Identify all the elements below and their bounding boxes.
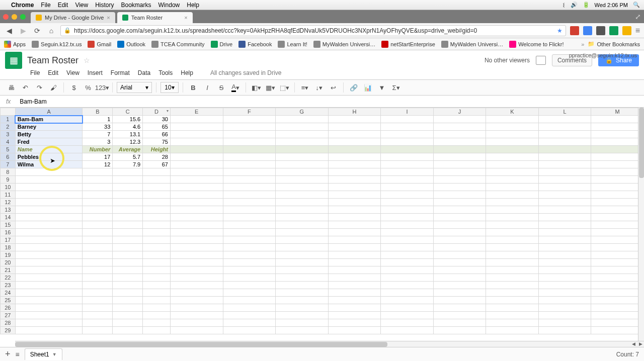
cell[interactable] bbox=[381, 131, 434, 138]
row-header[interactable]: 4 bbox=[1, 138, 16, 146]
print-icon[interactable]: 🖶 bbox=[5, 81, 17, 94]
sheets-logo-icon[interactable]: ▦ bbox=[5, 52, 22, 69]
cell[interactable] bbox=[591, 184, 644, 191]
cell[interactable] bbox=[538, 327, 591, 334]
cell[interactable] bbox=[591, 282, 644, 289]
cell[interactable] bbox=[83, 176, 113, 184]
cell[interactable] bbox=[328, 153, 381, 161]
cell[interactable] bbox=[486, 146, 539, 153]
cell[interactable] bbox=[171, 327, 223, 334]
cell[interactable]: 15.6 bbox=[113, 116, 143, 123]
cell[interactable] bbox=[113, 244, 143, 251]
cell[interactable] bbox=[381, 191, 434, 199]
cell[interactable] bbox=[113, 327, 143, 334]
bookmark-item[interactable]: TCEA Community bbox=[151, 41, 204, 48]
column-header-I[interactable]: I bbox=[381, 108, 434, 116]
cell[interactable] bbox=[591, 214, 644, 221]
cell[interactable] bbox=[171, 123, 223, 131]
cell[interactable] bbox=[223, 199, 276, 206]
browser-tab-drive[interactable]: My Drive - Google Drive × bbox=[31, 12, 115, 23]
cell[interactable] bbox=[171, 259, 223, 266]
cell[interactable] bbox=[113, 214, 143, 221]
column-header-L[interactable]: L bbox=[538, 108, 591, 116]
cell[interactable] bbox=[328, 191, 381, 199]
cell[interactable]: 1 bbox=[83, 116, 113, 123]
row-header[interactable]: 5 bbox=[1, 146, 16, 153]
cell[interactable] bbox=[113, 168, 143, 176]
cell[interactable]: Name bbox=[15, 146, 83, 153]
cell[interactable] bbox=[381, 327, 434, 334]
cell[interactable] bbox=[276, 153, 329, 161]
cell[interactable] bbox=[591, 191, 644, 199]
minimize-window-icon[interactable] bbox=[12, 14, 17, 20]
undo-icon[interactable]: ↶ bbox=[19, 81, 31, 94]
cell[interactable] bbox=[591, 168, 644, 176]
cell[interactable] bbox=[171, 319, 223, 327]
cell[interactable] bbox=[433, 289, 486, 297]
column-header-B[interactable]: B bbox=[83, 108, 113, 116]
cell[interactable] bbox=[143, 319, 171, 327]
cell[interactable] bbox=[223, 266, 276, 274]
cell[interactable] bbox=[328, 251, 381, 259]
cell[interactable] bbox=[171, 251, 223, 259]
cell[interactable] bbox=[15, 236, 83, 244]
cell[interactable] bbox=[15, 266, 83, 274]
cell[interactable]: 7.9 bbox=[113, 161, 143, 168]
cell[interactable] bbox=[381, 312, 434, 319]
cell[interactable] bbox=[223, 289, 276, 297]
cell[interactable] bbox=[276, 297, 329, 304]
cell[interactable] bbox=[143, 176, 171, 184]
cell[interactable] bbox=[171, 206, 223, 214]
cell[interactable] bbox=[223, 244, 276, 251]
cell[interactable] bbox=[486, 282, 539, 289]
column-header-K[interactable]: K bbox=[486, 108, 539, 116]
row-header[interactable]: 18 bbox=[1, 244, 16, 251]
cell[interactable]: 5.7 bbox=[113, 153, 143, 161]
cell[interactable] bbox=[113, 191, 143, 199]
cell[interactable] bbox=[83, 297, 113, 304]
cell[interactable] bbox=[486, 206, 539, 214]
column-header-F[interactable]: F bbox=[223, 108, 276, 116]
cell[interactable] bbox=[328, 236, 381, 244]
cell[interactable] bbox=[276, 259, 329, 266]
cell[interactable] bbox=[83, 244, 113, 251]
cell[interactable] bbox=[15, 229, 83, 236]
other-bookmarks[interactable]: » 📁 Other Bookmarks bbox=[581, 41, 640, 47]
extension-icon[interactable] bbox=[622, 26, 631, 35]
bookmark-item[interactable]: netStartEnterprise bbox=[381, 41, 435, 48]
cell[interactable] bbox=[143, 259, 171, 266]
cell[interactable] bbox=[381, 304, 434, 312]
cell[interactable] bbox=[433, 266, 486, 274]
cell[interactable] bbox=[15, 274, 83, 282]
cell[interactable] bbox=[83, 251, 113, 259]
cell[interactable] bbox=[538, 176, 591, 184]
cell[interactable] bbox=[486, 214, 539, 221]
cell[interactable] bbox=[486, 312, 539, 319]
chat-icon[interactable] bbox=[536, 56, 546, 65]
cell[interactable] bbox=[83, 229, 113, 236]
cell[interactable] bbox=[486, 244, 539, 251]
cell[interactable] bbox=[223, 116, 276, 123]
menu-tools[interactable]: Tools bbox=[158, 69, 173, 76]
cell[interactable] bbox=[171, 289, 223, 297]
cell[interactable] bbox=[538, 266, 591, 274]
cell[interactable] bbox=[381, 221, 434, 229]
cell[interactable] bbox=[328, 274, 381, 282]
cell[interactable] bbox=[381, 153, 434, 161]
halign-icon[interactable]: ≡▾ bbox=[299, 81, 311, 94]
mac-menu-bookmarks[interactable]: Bookmarks bbox=[121, 2, 151, 9]
cell[interactable] bbox=[381, 146, 434, 153]
cell[interactable] bbox=[223, 327, 276, 334]
wrap-icon[interactable]: ↩ bbox=[327, 81, 339, 94]
cell[interactable] bbox=[328, 312, 381, 319]
cell[interactable] bbox=[15, 319, 83, 327]
cell[interactable] bbox=[486, 123, 539, 131]
spotlight-icon[interactable]: 🔍 bbox=[633, 2, 640, 8]
cell[interactable] bbox=[433, 304, 486, 312]
cell[interactable] bbox=[591, 304, 644, 312]
cell[interactable] bbox=[328, 116, 381, 123]
cell[interactable] bbox=[591, 176, 644, 184]
bookmark-item[interactable]: Drive bbox=[211, 41, 233, 48]
cell[interactable] bbox=[486, 184, 539, 191]
row-header[interactable]: 16 bbox=[1, 229, 16, 236]
